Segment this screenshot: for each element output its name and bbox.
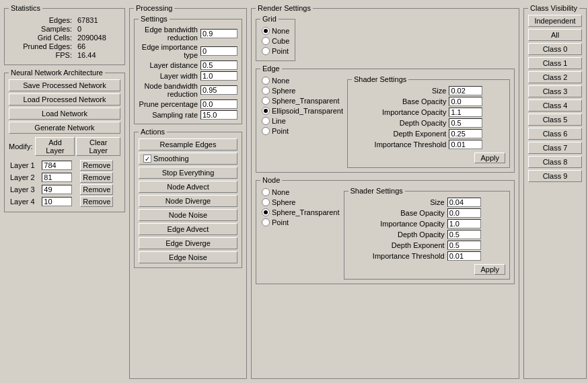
layer2-input[interactable] [42,173,72,182]
samples-value: 0 [77,25,119,33]
node-depth-exponent-input[interactable] [447,241,481,250]
node-none-option[interactable]: None [262,188,340,196]
grid-none-radio[interactable] [262,27,270,35]
class-1-button[interactable]: Class 1 [528,57,582,69]
node-base-opacity-input[interactable] [447,208,481,218]
grid-cube-radio[interactable] [262,37,270,45]
node-importance-opacity-input[interactable] [447,219,481,228]
settings-title: Settings [139,15,170,23]
node-importance-threshold-input[interactable] [447,251,481,261]
node-none-radio[interactable] [262,188,270,196]
class-3-button[interactable]: Class 3 [528,85,582,97]
prune-pct-label: Prune percentage [139,100,198,108]
edge-sphere-transparent-radio[interactable] [262,97,270,105]
grid-title: Grid [260,15,279,23]
layer3-remove-button[interactable]: Remove [80,184,113,195]
edge-bw-input[interactable] [200,29,237,38]
node-radio-group: None Sphere Sphere_Transparent [260,187,341,280]
class-independent-button[interactable]: Independent [528,15,582,27]
edge-importance-threshold-input[interactable] [449,140,482,149]
class-2-button[interactable]: Class 2 [528,71,582,83]
stop-everything-button[interactable]: Stop Everything [139,167,237,179]
class-all-button[interactable]: All [528,29,582,41]
edge-imp-input[interactable] [200,46,237,56]
load-network-button[interactable]: Load Network [9,108,120,120]
modify-row: Modify: Add Layer Clear Layer [9,137,120,156]
layer1-label: Layer 1 [9,159,40,171]
node-point-radio[interactable] [262,218,270,226]
actions-title: Actions [139,128,167,136]
grid-none-option[interactable]: None [262,27,289,35]
edge-sphere-option[interactable]: Sphere [262,87,343,95]
generate-network-button[interactable]: Generate Network [9,122,120,134]
edge-ellipsoid-radio[interactable] [262,107,270,115]
edge-noise-button[interactable]: Edge Noise [139,251,237,263]
actions-panel: Actions Resample Edges ✓ Smoothing Stop … [134,128,242,268]
processing-title: Processing [134,4,174,12]
node-bw-input[interactable] [200,85,237,95]
node-advect-button[interactable]: Node Advect [139,181,237,193]
edge-depth-opacity-input[interactable] [449,118,482,128]
sampling-rate-input[interactable] [200,110,237,120]
node-diverge-button[interactable]: Node Diverge [139,195,237,207]
class-visibility-title: Class Visibility [528,4,579,12]
layer-width-label: Layer width [139,72,198,80]
layer3-input[interactable] [42,185,72,194]
clear-layer-button[interactable]: Clear Layer [76,137,120,156]
node-noise-button[interactable]: Node Noise [139,209,237,221]
smoothing-button[interactable]: ✓ Smoothing [139,153,237,165]
class-4-button[interactable]: Class 4 [528,99,582,112]
class-7-button[interactable]: Class 7 [528,142,582,154]
class-8-button[interactable]: Class 8 [528,156,582,168]
save-processed-button[interactable]: Save Processed Network [9,79,120,91]
edge-apply-button[interactable]: Apply [474,153,505,163]
statistics-grid: Edges: 67831 Samples: 0 Grid Cells: 2090… [9,15,120,60]
add-layer-button[interactable]: Add Layer [35,137,75,156]
layer4-remove-button[interactable]: Remove [80,196,113,207]
resample-edges-button[interactable]: Resample Edges [139,138,237,151]
node-point-option[interactable]: Point [262,218,340,226]
edge-size-input[interactable] [449,86,482,95]
node-sphere-transparent-option[interactable]: Sphere_Transparent [262,208,340,216]
layer4-input[interactable] [42,197,72,206]
layer1-input[interactable] [42,161,72,170]
edge-sphere-transparent-option[interactable]: Sphere_Transparent [262,97,343,105]
edge-line-option[interactable]: Line [262,117,343,125]
load-processed-button[interactable]: Load Processed Network [9,93,120,105]
grid-cube-option[interactable]: Cube [262,37,289,45]
layer-width-input[interactable] [200,71,237,81]
settings-panel: Settings Edge bandwidth reduction Edge i… [134,15,242,124]
edge-ellipsoid-option[interactable]: Ellipsoid_Transparent [262,107,343,115]
class-5-button[interactable]: Class 5 [528,114,582,126]
node-depth-opacity-input[interactable] [447,230,481,239]
layer2-remove-button[interactable]: Remove [80,172,113,183]
grid-point-option[interactable]: Point [262,47,289,55]
node-shader-title: Shader Settings [348,187,405,195]
edge-point-radio[interactable] [262,127,270,135]
edge-importance-opacity-input[interactable] [449,108,482,117]
node-apply-button[interactable]: Apply [474,264,505,275]
edge-advect-button[interactable]: Edge Advect [139,223,237,235]
edge-base-opacity-input[interactable] [449,97,482,106]
prune-pct-input[interactable] [200,99,237,109]
node-sphere-radio[interactable] [262,198,270,206]
edge-sphere-radio[interactable] [262,87,270,95]
class-9-button[interactable]: Class 9 [528,170,582,182]
table-row: Layer 2 Remove [9,171,120,183]
edge-point-option[interactable]: Point [262,127,343,135]
node-size-input[interactable] [447,198,481,207]
node-sphere-option[interactable]: Sphere [262,198,340,206]
edge-none-option[interactable]: None [262,77,343,85]
edge-diverge-button[interactable]: Edge Diverge [139,237,237,249]
grid-radio-group: None Cube Point [260,26,291,56]
node-sphere-transparent-radio[interactable] [262,208,270,216]
class-6-button[interactable]: Class 6 [528,128,582,140]
class-0-button[interactable]: Class 0 [528,43,582,55]
edge-depth-exponent-input[interactable] [449,129,482,138]
edge-line-radio[interactable] [262,117,270,125]
layer-dist-input[interactable] [200,60,237,70]
gridcells-value: 2090048 [77,34,119,42]
layer1-remove-button[interactable]: Remove [80,160,113,171]
edge-none-radio[interactable] [262,77,270,85]
grid-point-radio[interactable] [262,47,270,55]
